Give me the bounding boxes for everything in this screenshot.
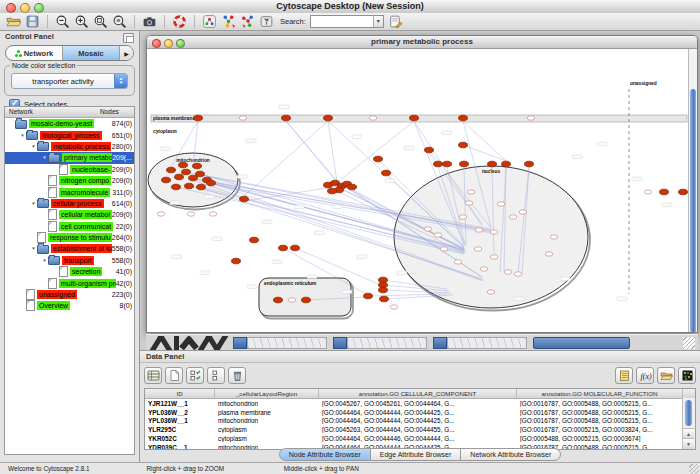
network-node[interactable] — [487, 290, 495, 294]
column-header-molecular-function[interactable]: annotation.GO MOLECULAR_FUNCTION — [517, 389, 683, 398]
network-node[interactable] — [679, 189, 688, 195]
network-node[interactable] — [490, 230, 498, 234]
tree-row[interactable]: ▼ biological_process 651(0) — [5, 129, 134, 140]
network-node[interactable] — [232, 258, 241, 264]
table-row[interactable]: YPL036W__1 mitochondrion [GO:0044464, GO… — [145, 417, 695, 426]
network-node[interactable] — [187, 212, 195, 216]
network-node[interactable] — [239, 116, 247, 120]
expander-icon[interactable]: ▼ — [30, 201, 37, 206]
network-node[interactable] — [460, 161, 469, 167]
tree-row[interactable]: Overview 8(0) — [5, 300, 134, 311]
table-row[interactable]: YPL036W__2 plasma membrane [GO:0044464, … — [145, 408, 695, 417]
network-node[interactable] — [443, 161, 452, 167]
tree-row[interactable]: nitrogen compo 209(0) — [5, 175, 134, 186]
zoom-out-icon[interactable] — [55, 14, 70, 29]
network-node[interactable] — [475, 228, 483, 232]
expander-icon[interactable]: ▼ — [30, 144, 37, 149]
open-session-icon[interactable] — [6, 14, 21, 29]
network-node[interactable] — [157, 212, 165, 216]
zoom-in-icon[interactable] — [74, 14, 89, 29]
network-node[interactable] — [465, 201, 473, 205]
vizmapper-network-b-icon[interactable] — [240, 14, 255, 29]
table-row[interactable]: YJR121W__1 mitochondrion [GO:0045267, GO… — [145, 399, 695, 408]
network-node[interactable] — [509, 215, 517, 219]
export-image-snapshot-icon[interactable] — [142, 14, 157, 29]
network-node[interactable] — [660, 189, 669, 195]
filter-icon[interactable] — [259, 14, 274, 29]
tab-mosaic[interactable]: Mosaic — [63, 46, 120, 60]
network-node[interactable] — [379, 287, 388, 293]
network-node[interactable] — [459, 115, 468, 121]
tree-row[interactable]: ▼ cellular process 614(0) — [5, 198, 134, 209]
resize-grip-icon[interactable] — [689, 464, 699, 474]
network-node[interactable] — [459, 215, 467, 219]
network-node[interactable] — [175, 174, 184, 180]
network-node[interactable] — [185, 183, 194, 189]
network-canvas[interactable]: plasma membranecytoplasmmitochondrionnuc… — [147, 49, 697, 333]
tree-row[interactable]: secretion 41(0) — [5, 266, 134, 277]
network-node[interactable] — [440, 247, 448, 251]
table-vertical-scrollbar[interactable]: ▲ ▼ — [682, 398, 695, 449]
network-node[interactable] — [514, 272, 522, 276]
delete-attribute-icon[interactable] — [228, 367, 246, 384]
network-node[interactable] — [279, 245, 288, 251]
tree-row[interactable]: cellular metabol 209(0) — [5, 209, 134, 220]
network-node[interactable] — [348, 184, 357, 190]
network-node[interactable] — [459, 142, 468, 148]
save-session-icon[interactable] — [25, 14, 40, 29]
network-node[interactable] — [434, 233, 442, 237]
network-node[interactable] — [250, 237, 259, 243]
window-titlebar[interactable]: Cytoscape Desktop (New Session) — [0, 0, 700, 14]
network-node[interactable] — [369, 116, 377, 120]
select-attributes-icon[interactable] — [186, 367, 204, 384]
network-node[interactable] — [504, 270, 512, 274]
network-node[interactable] — [167, 167, 176, 173]
unselect-attributes-icon[interactable] — [207, 367, 225, 384]
tree-row[interactable]: response to stimulu 264(0) — [5, 232, 134, 243]
tree-row[interactable]: ▼ transport 558(0) — [5, 255, 134, 266]
network-node[interactable] — [162, 177, 171, 183]
attribute-editor-icon[interactable] — [615, 367, 633, 384]
search-input[interactable] — [311, 17, 373, 26]
network-node[interactable] — [454, 260, 462, 264]
network-node[interactable] — [490, 255, 498, 259]
create-network-view-icon[interactable] — [202, 14, 217, 29]
network-node[interactable] — [467, 190, 475, 194]
network-node[interactable] — [193, 163, 202, 169]
network-node[interactable] — [364, 293, 373, 299]
float-panel-icon[interactable] — [123, 33, 134, 43]
network-node[interactable] — [425, 147, 434, 153]
attribute-table-icon[interactable] — [144, 367, 162, 384]
network-view-window[interactable]: primary metabolic process plasma membran… — [146, 35, 698, 333]
tree-row[interactable]: nucleobase- 209(0) — [5, 164, 134, 175]
network-node[interactable] — [240, 196, 249, 202]
network-node[interactable] — [488, 161, 497, 167]
table-row[interactable]: YKR052C cytoplasm [GO:0044464, GO:004444… — [145, 434, 695, 443]
network-node[interactable] — [194, 115, 203, 121]
network-node[interactable] — [644, 190, 652, 194]
tree-row[interactable]: unassigned 223(0) — [5, 289, 134, 300]
network-node[interactable] — [382, 170, 391, 176]
tab-overflow-arrow-icon[interactable]: ▶ — [120, 46, 133, 60]
network-node[interactable] — [179, 162, 188, 168]
network-node[interactable] — [182, 169, 191, 175]
network-node[interactable] — [410, 115, 419, 121]
network-node[interactable] — [172, 184, 181, 190]
attribute-matrix-icon[interactable] — [678, 367, 696, 384]
column-header-region[interactable]: _cellularLayoutRegion — [215, 389, 319, 398]
network-window-titlebar[interactable]: primary metabolic process — [147, 36, 697, 49]
canvas-vertical-scrollbar[interactable] — [688, 49, 697, 333]
network-node[interactable] — [207, 180, 216, 186]
expander-icon[interactable]: ▼ — [41, 258, 48, 263]
expander-icon[interactable]: ▼ — [30, 246, 37, 251]
network-node[interactable] — [434, 161, 443, 167]
network-node[interactable] — [519, 210, 527, 214]
network-node[interactable] — [474, 247, 482, 251]
network-node[interactable] — [380, 296, 389, 302]
tree-column-network[interactable]: Network — [5, 107, 100, 117]
network-node[interactable] — [288, 298, 296, 302]
help-icon[interactable] — [172, 14, 187, 29]
network-node[interactable] — [550, 235, 558, 239]
network-node[interactable] — [424, 227, 432, 231]
network-node[interactable] — [497, 202, 505, 206]
